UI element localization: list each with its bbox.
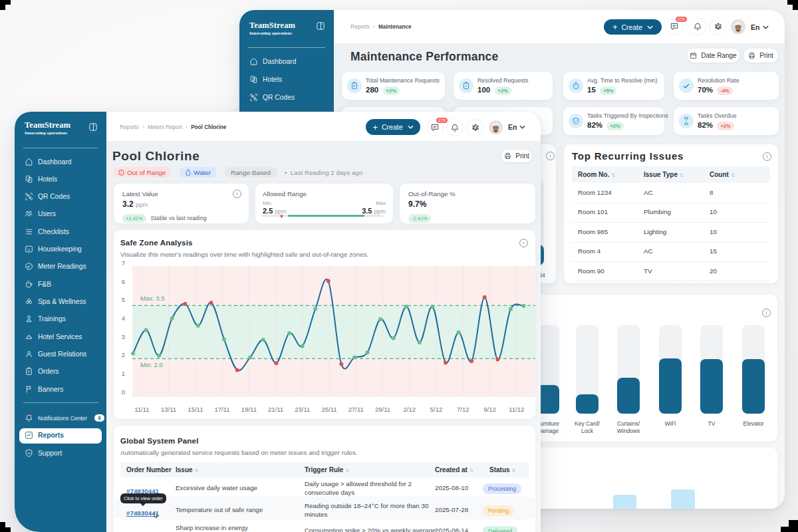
svg-text:25/11: 25/11 [322, 406, 337, 413]
svg-text:29/11: 29/11 [375, 406, 390, 413]
svg-text:Min: 2.0: Min: 2.0 [140, 361, 163, 368]
svg-text:7: 7 [122, 259, 125, 267]
svg-text:27/11: 27/11 [348, 406, 364, 413]
svg-text:5: 5 [122, 296, 125, 303]
svg-text:11/12: 11/12 [509, 406, 524, 413]
svg-text:11/11: 11/11 [134, 406, 149, 413]
svg-text:17/11: 17/11 [215, 406, 230, 413]
svg-text:21/11: 21/11 [268, 406, 283, 413]
svg-text:5/12: 5/12 [430, 406, 443, 413]
svg-text:13/11: 13/11 [161, 406, 176, 413]
svg-text:4: 4 [122, 315, 125, 322]
svg-text:9/12: 9/12 [483, 406, 496, 413]
svg-text:6: 6 [122, 278, 125, 285]
svg-text:23/11: 23/11 [295, 406, 310, 413]
svg-text:15/11: 15/11 [188, 406, 203, 413]
svg-text:Max: 3.5: Max: 3.5 [140, 295, 164, 302]
svg-text:2: 2 [122, 351, 125, 358]
svg-text:0: 0 [122, 388, 125, 396]
svg-text:24: 24 [27, 452, 30, 455]
svg-text:3: 3 [122, 333, 125, 340]
svg-text:7/12: 7/12 [457, 406, 469, 413]
svg-text:1: 1 [122, 370, 125, 377]
svg-text:2/12: 2/12 [404, 406, 416, 413]
svg-text:19/11: 19/11 [241, 406, 257, 413]
